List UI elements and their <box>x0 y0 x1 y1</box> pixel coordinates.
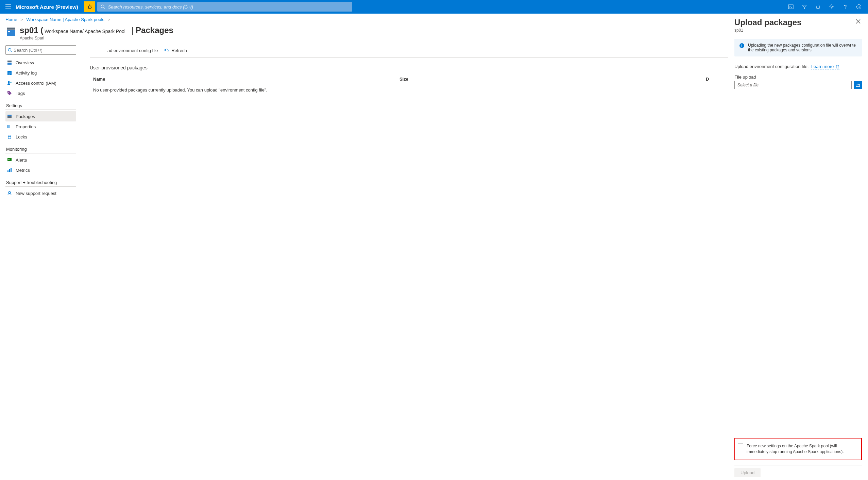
nav-metrics[interactable]: Metrics <box>5 165 76 175</box>
spark-pool-icon <box>5 26 16 37</box>
nav-label: Overview <box>16 60 34 65</box>
activity-log-icon <box>7 70 12 76</box>
main-column: Home > Workspace Name | Apache Spark poo… <box>0 14 728 480</box>
sidebar-search[interactable] <box>5 45 76 55</box>
tags-icon <box>7 90 12 96</box>
panel-subtitle: sp01 <box>734 28 854 33</box>
nav-label: Packages <box>16 114 35 119</box>
svg-rect-29 <box>742 45 742 47</box>
search-icon <box>8 48 12 52</box>
force-settings-checkbox[interactable] <box>738 444 743 449</box>
breadcrumb-home[interactable]: Home <box>5 17 17 22</box>
col-date[interactable]: D <box>702 75 728 84</box>
nav-locks[interactable]: Locks <box>5 132 76 142</box>
info-icon <box>739 43 745 48</box>
preview-bug-icon[interactable] <box>84 1 95 12</box>
file-upload-row <box>734 81 862 89</box>
nav-section-support: Support + troubleshooting <box>6 180 76 185</box>
notifications-icon[interactable] <box>812 0 824 14</box>
page-title-separator: | <box>132 26 134 35</box>
resource-name: sp01 ( <box>20 26 43 35</box>
close-icon[interactable] <box>854 18 862 25</box>
feedback-icon[interactable] <box>852 0 865 14</box>
col-size[interactable]: Size <box>396 75 702 84</box>
toolbar-label: Refresh <box>171 48 187 53</box>
toolbar-refresh[interactable]: Refresh <box>164 48 187 53</box>
nav-label: Properties <box>16 124 36 129</box>
external-link-icon <box>836 65 839 69</box>
metrics-icon <box>7 167 12 173</box>
file-upload-label: File upload <box>734 75 862 80</box>
empty-row: No user-provided packages currently uplo… <box>90 84 728 96</box>
svg-rect-8 <box>7 28 15 30</box>
breadcrumb-sep: > <box>105 17 112 22</box>
nav-access-control[interactable]: Access control (IAM) <box>5 78 76 88</box>
svg-rect-24 <box>9 169 10 172</box>
upload-button[interactable]: Upload <box>734 468 761 477</box>
breadcrumb-workspace[interactable]: Workspace Name | Apache Spark pools <box>27 17 104 22</box>
svg-point-7 <box>860 6 860 7</box>
panel-description: Upload environment configuration file. L… <box>734 64 862 69</box>
nav-activity-log[interactable]: Activity log <box>5 68 76 78</box>
nav-new-support-request[interactable]: New support request <box>5 188 76 198</box>
svg-point-4 <box>845 8 846 9</box>
cloud-shell-icon[interactable] <box>784 0 797 14</box>
toolbar-label: ad environment config file <box>107 48 158 53</box>
nav-divider <box>5 186 76 187</box>
svg-rect-10 <box>8 31 10 32</box>
nav-packages[interactable]: Packages <box>5 111 76 121</box>
settings-icon[interactable] <box>825 0 838 14</box>
section-header: User-provisioned packages <box>90 57 728 75</box>
force-settings-label: Force new settings on the Apache Spark p… <box>747 443 858 455</box>
svg-point-6 <box>858 6 858 7</box>
nav-alerts[interactable]: Alerts <box>5 155 76 165</box>
panel-button-row: Upload <box>734 465 862 477</box>
folder-icon <box>855 83 860 87</box>
resource-title-block: sp01 ( Workspace Name/ Apache Spark Pool… <box>20 26 125 40</box>
force-settings-checkbox-row: Force new settings on the Apache Spark p… <box>734 438 862 460</box>
panel-header: Upload packages sp01 <box>728 14 868 35</box>
global-search[interactable] <box>97 2 352 12</box>
page-title: Packages <box>136 26 173 35</box>
sidebar-search-input[interactable] <box>14 48 74 53</box>
nav-label: Activity log <box>16 70 37 76</box>
topbar-icons <box>784 0 865 14</box>
learn-more-link[interactable]: Learn more <box>811 64 839 69</box>
nav-tags[interactable]: Tags <box>5 88 76 98</box>
content-columns: Overview Activity log Access control (IA… <box>0 44 728 480</box>
nav-label: Locks <box>16 134 27 139</box>
svg-point-3 <box>831 6 833 8</box>
nav-overview[interactable]: Overview <box>5 57 76 68</box>
nav-label: New support request <box>16 191 56 196</box>
svg-point-26 <box>8 192 11 194</box>
alerts-icon <box>7 157 12 163</box>
col-name[interactable]: Name <box>90 75 396 84</box>
file-upload-input[interactable] <box>734 81 852 89</box>
svg-rect-21 <box>8 136 11 139</box>
svg-rect-14 <box>7 63 12 65</box>
global-search-input[interactable] <box>108 4 349 10</box>
browse-file-button[interactable] <box>854 81 862 89</box>
nav-label: Access control (IAM) <box>16 81 56 86</box>
brand-title[interactable]: Microsoft Azure (Preview) <box>14 4 84 10</box>
lock-icon <box>7 134 12 139</box>
help-icon[interactable] <box>839 0 852 14</box>
svg-point-18 <box>8 92 9 93</box>
svg-point-17 <box>10 82 12 83</box>
toolbar: ad environment config file Refresh <box>90 44 728 57</box>
nav-properties[interactable]: Properties <box>5 121 76 132</box>
nav-divider <box>5 110 76 110</box>
resource-type: Apache Sparl <box>20 36 125 40</box>
hamburger-menu-icon[interactable] <box>3 1 14 12</box>
overview-icon <box>7 60 12 65</box>
toolbar-upload-config[interactable]: ad environment config file <box>107 48 158 53</box>
nav-section-monitoring: Monitoring <box>6 147 76 152</box>
nav-label: Tags <box>16 91 25 96</box>
refresh-icon <box>164 48 169 53</box>
svg-rect-20 <box>7 115 12 116</box>
directory-filter-icon[interactable] <box>798 0 811 14</box>
properties-icon <box>7 124 12 129</box>
resource-sidebar: Overview Activity log Access control (IA… <box>0 44 79 480</box>
packages-table: Name Size D No user-provided packages cu… <box>90 75 728 96</box>
access-control-icon <box>7 80 12 86</box>
